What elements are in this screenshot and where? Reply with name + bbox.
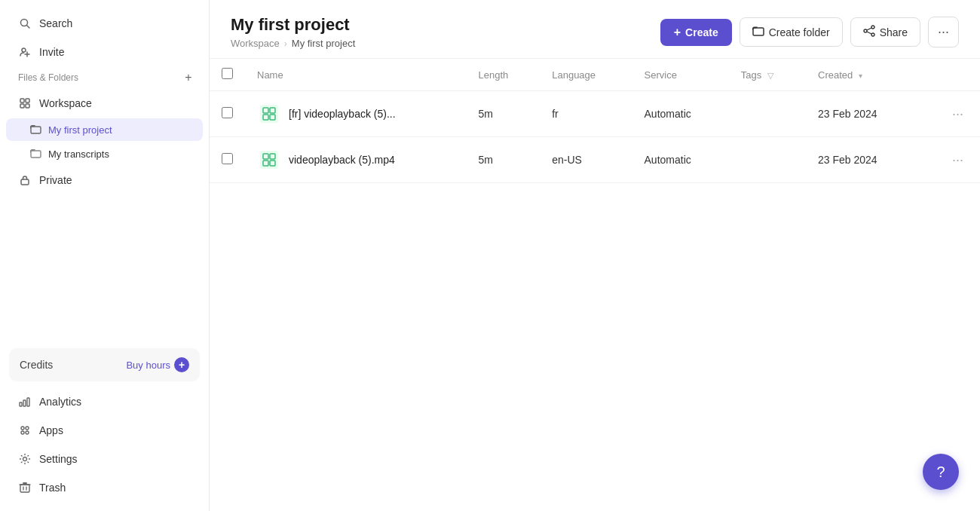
credits-label: Credits [20, 359, 53, 371]
svg-rect-8 [26, 104, 29, 108]
buy-hours-button[interactable]: Buy hours + [126, 357, 189, 372]
col-created[interactable]: Created ▾ [806, 59, 920, 91]
file-icon-0 [257, 102, 281, 126]
sidebar-item-workspace[interactable]: Workspace [6, 90, 203, 117]
share-icon [863, 25, 875, 39]
private-label: Private [39, 174, 72, 186]
col-name[interactable]: Name [245, 59, 467, 91]
sidebar-item-apps[interactable]: Apps [6, 417, 203, 444]
sidebar-item-settings[interactable]: Settings [6, 445, 203, 473]
sort-icon: ▾ [859, 72, 862, 80]
buy-hours-label: Buy hours [126, 360, 170, 371]
create-button[interactable]: + Create [660, 19, 732, 46]
row-checkbox-0[interactable] [222, 107, 233, 118]
svg-point-16 [26, 427, 29, 430]
more-icon: ··· [938, 24, 949, 40]
row-checkbox-cell [210, 91, 245, 137]
row-checkbox-1[interactable] [222, 153, 233, 164]
folder-transcripts-icon [30, 148, 42, 160]
row-language-0: fr [540, 91, 632, 137]
svg-rect-6 [26, 99, 29, 103]
analytics-icon [18, 395, 32, 408]
trash-label: Trash [39, 482, 66, 494]
chat-icon: ? [936, 464, 945, 481]
col-tags[interactable]: Tags ▽ [729, 59, 806, 91]
col-length[interactable]: Length [467, 59, 541, 91]
file-table-container: Name Length Language Service Tags ▽ [210, 59, 980, 511]
svg-point-27 [864, 29, 867, 32]
svg-point-28 [871, 33, 874, 36]
file-icon-1 [257, 148, 281, 172]
sidebar-item-search[interactable]: Search [6, 10, 203, 37]
sidebar-item-my-transcripts[interactable]: My transcripts [6, 142, 203, 165]
breadcrumb-separator: › [284, 38, 287, 49]
workspace-icon [18, 96, 32, 110]
breadcrumb: Workspace › My first project [231, 38, 355, 49]
files-folders-header: Files & Folders + [0, 66, 209, 89]
more-options-button[interactable]: ··· [928, 17, 959, 47]
row-tags-1 [729, 137, 806, 183]
lock-icon [18, 173, 32, 187]
sidebar-item-trash[interactable]: Trash [6, 474, 203, 501]
settings-label: Settings [39, 453, 78, 465]
sidebar-invite-label: Invite [39, 46, 64, 58]
row-more-button-0[interactable]: ··· [948, 105, 968, 124]
credits-box: Credits Buy hours + [9, 348, 200, 381]
svg-rect-12 [20, 402, 22, 406]
sidebar-item-analytics[interactable]: Analytics [6, 388, 203, 415]
select-all-checkbox[interactable] [222, 68, 233, 79]
create-folder-button[interactable]: Create folder [740, 17, 843, 47]
header-actions: + Create Create folder [660, 17, 959, 47]
svg-rect-20 [20, 485, 29, 492]
table-row[interactable]: videoplayback (5).mp4 5m en-US Automatic… [210, 137, 980, 183]
workspace-label: Workspace [39, 97, 92, 109]
apps-label: Apps [39, 424, 63, 436]
row-service-0: Automatic [632, 91, 729, 137]
analytics-label: Analytics [39, 396, 81, 408]
main-content: My first project Workspace › My first pr… [210, 0, 980, 511]
svg-rect-31 [260, 105, 278, 123]
svg-rect-25 [753, 28, 764, 35]
svg-rect-14 [27, 398, 29, 406]
header-left: My first project Workspace › My first pr… [231, 15, 355, 49]
add-files-button[interactable]: + [180, 69, 197, 86]
folder-icon-btn [752, 25, 764, 39]
col-service[interactable]: Service [632, 59, 729, 91]
trash-icon [18, 481, 32, 494]
col-checkbox [210, 59, 245, 91]
sidebar: Search Invite Files & Folders + Workspac… [0, 0, 210, 511]
page-header: My first project Workspace › My first pr… [210, 0, 980, 59]
breadcrumb-workspace[interactable]: Workspace [231, 38, 280, 49]
row-language-1: en-US [540, 137, 632, 183]
row-tags-0 [729, 91, 806, 137]
row-created-0: 23 Feb 2024 [806, 91, 920, 137]
page-title: My first project [231, 15, 355, 35]
chat-fab-button[interactable]: ? [923, 454, 959, 490]
svg-point-26 [871, 26, 874, 29]
row-length-1: 5m [467, 137, 541, 183]
row-more-button-1[interactable]: ··· [948, 151, 968, 170]
share-button[interactable]: Share [850, 17, 920, 47]
svg-point-19 [23, 457, 27, 461]
col-language[interactable]: Language [540, 59, 632, 91]
sidebar-item-my-first-project[interactable]: My first project [6, 118, 203, 141]
create-folder-label: Create folder [769, 26, 830, 38]
svg-point-15 [21, 427, 24, 430]
row-name-1: videoplayback (5).mp4 [245, 137, 467, 183]
share-label: Share [880, 26, 908, 38]
svg-rect-36 [260, 151, 278, 169]
svg-line-1 [27, 26, 30, 29]
table-row[interactable]: [fr] videoplayback (5)... 5m fr Automati… [210, 91, 980, 137]
invite-icon [18, 45, 32, 59]
svg-point-17 [21, 431, 24, 434]
sidebar-item-private[interactable]: Private [6, 167, 203, 194]
sidebar-search-label: Search [39, 17, 72, 29]
svg-line-30 [867, 32, 871, 34]
svg-rect-5 [20, 99, 24, 103]
create-plus-icon: + [674, 26, 681, 39]
row-service-1: Automatic [632, 137, 729, 183]
sidebar-item-invite[interactable]: Invite [6, 38, 203, 66]
row-actions-0: ··· [920, 91, 980, 137]
svg-line-29 [867, 28, 871, 30]
create-label: Create [685, 26, 718, 38]
